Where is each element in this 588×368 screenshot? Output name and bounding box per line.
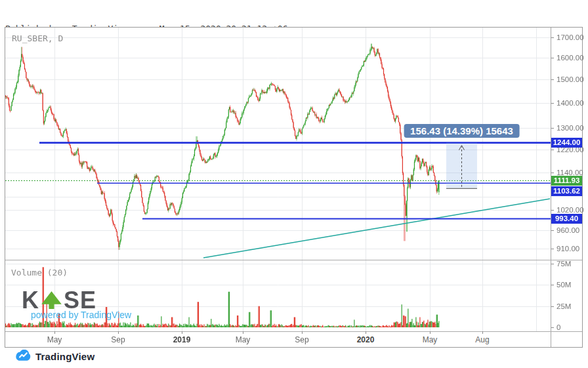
axis-tick-label: 1700.00: [556, 33, 583, 43]
time-tick-label: Sep: [295, 335, 308, 344]
kase-letters-se: SE: [64, 292, 96, 309]
axis-tick: [551, 210, 554, 211]
time-tick: [302, 331, 303, 334]
axis-tick: [551, 327, 554, 328]
tradingview-logo-icon: [16, 350, 31, 363]
time-tick-label: Aug: [475, 335, 489, 344]
axis-tick: [551, 249, 554, 249]
axis-tick: [551, 150, 554, 150]
volume-pane-label: Volume (20): [11, 268, 68, 277]
chart-canvas[interactable]: [5, 28, 551, 331]
time-tick-label: May: [47, 335, 62, 344]
axis-tick: [551, 230, 554, 231]
tradingview-brand-text: TradingView: [35, 351, 94, 362]
axis-tick-label: 1600.00: [556, 53, 583, 63]
time-tick: [366, 331, 366, 334]
axis-tick: [551, 306, 554, 307]
kase-letter-k: K: [22, 292, 39, 309]
time-tick-label: 2019: [173, 335, 191, 344]
axis-tick-label: 25M: [556, 302, 583, 312]
axis-tick: [551, 285, 554, 285]
pane-divider[interactable]: [5, 260, 582, 260]
price-level-label[interactable]: 1244.00: [551, 138, 582, 148]
axis-tick: [551, 58, 554, 58]
measure-label[interactable]: 156.43 (14.39%) 15643: [404, 124, 520, 138]
axis-tick: [551, 37, 554, 38]
time-tick-label: 2020: [357, 335, 375, 344]
axis-tick-label: 75M: [556, 259, 583, 269]
axis-tick: [551, 103, 554, 104]
published-chart-page: Published on TradingView.com, May 15, 20…: [0, 0, 588, 368]
time-tick-label: Sep: [111, 335, 125, 344]
axis-tick: [551, 173, 554, 173]
time-tick: [182, 331, 182, 334]
axis-tick-label: 1300.00: [556, 123, 583, 133]
time-tick-label: May: [236, 335, 251, 344]
axis-tick: [551, 128, 554, 129]
powered-by-label: powered by TradingView: [31, 310, 131, 320]
time-tick: [430, 331, 430, 334]
time-axis-divider: [5, 331, 582, 332]
time-tick: [243, 331, 243, 334]
price-level-label[interactable]: 993.40: [551, 214, 582, 224]
axis-tick-label: 910.00: [556, 244, 583, 254]
axis-tick-label: 1500.00: [556, 75, 583, 85]
kase-watermark: K SE: [22, 291, 96, 309]
axis-tick-label: 1400.00: [556, 98, 583, 108]
price-level-label[interactable]: 1111.93: [551, 176, 582, 186]
axis-tick-label: 960.00: [556, 226, 583, 235]
pane-symbol-label: RU_SBER, D: [12, 33, 63, 43]
chart-widget: RU_SBER, D Volume (20) K SE powered by T…: [5, 27, 583, 348]
time-tick: [54, 331, 55, 334]
axis-tick: [551, 79, 554, 80]
time-tick: [118, 331, 119, 334]
axis-tick: [551, 264, 554, 264]
axis-tick-label: 0: [556, 323, 583, 333]
time-tick-label: May: [423, 335, 438, 344]
kase-arrow-icon: [41, 291, 62, 309]
time-tick: [482, 331, 483, 334]
tradingview-footer[interactable]: TradingView: [16, 350, 94, 363]
axis-tick-label: 50M: [556, 280, 583, 290]
price-level-label[interactable]: 1103.62: [551, 186, 582, 196]
